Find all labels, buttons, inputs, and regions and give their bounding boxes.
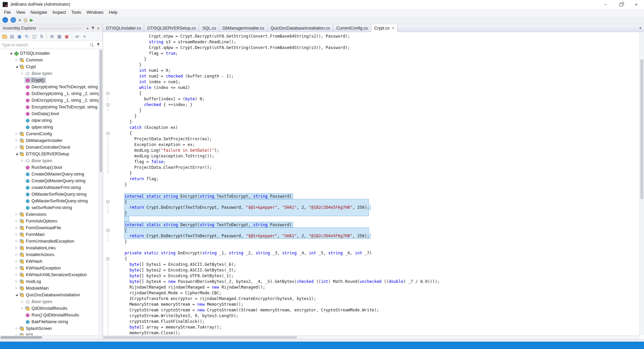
tree-item[interactable]: DoEncrypt(string _1, string _2, string _	[0, 97, 103, 104]
collapse-icon[interactable]: ◢	[9, 52, 13, 55]
code-line[interactable]: flag = true;	[103, 51, 644, 56]
code-line[interactable]: buffer[index] = (byte) 0;	[103, 96, 644, 102]
code-line[interactable]: MemoryStream memoryStream = new MemorySt…	[103, 302, 644, 307]
code-line[interactable]: − {	[103, 199, 644, 205]
expand-icon[interactable]: ▷	[14, 267, 19, 269]
expand-icon[interactable]: ▷	[14, 220, 19, 222]
tab-SQL.cs[interactable]: SQL.cs	[199, 24, 219, 32]
tree-item[interactable]: ▷Extensions	[0, 211, 103, 218]
code-line[interactable]: catch (Exception ex)	[103, 125, 644, 131]
open-file-icon[interactable]	[2, 34, 8, 40]
sync-with-editor-icon[interactable]: ⇅	[39, 34, 45, 40]
code-line[interactable]: while (index <= num2)	[103, 85, 644, 91]
tree-item[interactable]: ◢QuicDocDatabaseInstallation	[0, 292, 103, 298]
code-line[interactable]: private static string DoEncrypt(string _…	[103, 250, 644, 256]
tab-list-dropdown-icon[interactable]: ▼	[638, 24, 643, 32]
code-line[interactable]: return flag;	[103, 176, 644, 182]
code-line[interactable]: string s3 = streamReader.ReadLine();	[103, 39, 644, 45]
tree-item[interactable]: ▷CurrentConfig	[0, 131, 103, 137]
collapse-icon[interactable]: ◢	[14, 294, 19, 296]
menu-item-inspect[interactable]: Inspect	[50, 9, 68, 16]
tree-item[interactable]: ▷DomainControllerCheck	[0, 144, 103, 151]
editor-vertical-scrollbar[interactable]	[639, 32, 644, 335]
expand-icon[interactable]: ▷	[14, 273, 19, 276]
tree-item[interactable]: ▷KWHash	[0, 258, 103, 265]
code-line[interactable]	[103, 216, 644, 222]
tree-item[interactable]: ▷DbManagerInstaller	[0, 137, 103, 144]
collapse-icon[interactable]: ◢	[14, 65, 19, 68]
code-line[interactable]: ProjectData.ClearProjectError();	[103, 165, 644, 170]
tree-item[interactable]: ▷Common	[0, 57, 103, 63]
code-line[interactable]: byte[] bytes4 = new PasswordDeriveBytes(…	[103, 279, 644, 285]
tree-item[interactable]: ▷Base types	[0, 157, 103, 164]
tree-item[interactable]: ▷FormDownloadFile	[0, 225, 103, 231]
expand-icon[interactable]: ▷	[14, 227, 19, 229]
expand-icon[interactable]: ▷	[14, 247, 19, 249]
code-line[interactable]: ProjectData.SetProjectError(ex);	[103, 136, 644, 142]
tree-item[interactable]: ▷FormAdvOptions	[0, 218, 103, 225]
editor-horizontal-scrollbar[interactable]	[103, 335, 639, 339]
code-editor[interactable]: Crypt.otpw = Crypt.Decrypt(utF8.GetStrin…	[103, 32, 644, 339]
tree-item[interactable]: ◢DTISQLSERVERSetup	[0, 151, 103, 157]
search-pin-icon[interactable]	[96, 42, 101, 48]
tab-DTISQLInstaller.cs[interactable]: DTISQLInstaller.cs	[103, 24, 144, 32]
code-line[interactable]: }	[103, 119, 644, 125]
fold-marker-icon[interactable]: −	[103, 91, 113, 96]
close-button[interactable]: ×	[629, 0, 644, 9]
tab-CurrentConfig.cs[interactable]: CurrentConfig.cs	[333, 24, 371, 32]
fold-collapse-icon[interactable]: −	[106, 92, 109, 95]
code-line[interactable]: cryptoStream.FlushFinalBlock();	[103, 319, 644, 325]
code-line[interactable]: − checked { ++index; }	[103, 102, 644, 108]
tree-item[interactable]: ▷Base types	[0, 298, 103, 305]
expand-icon[interactable]: ▷	[14, 253, 19, 256]
tree-item[interactable]: ▷KWHashException	[0, 265, 103, 271]
tree-item[interactable]: ▷QdDbInstallResults	[0, 305, 103, 312]
code-line[interactable]	[103, 188, 644, 193]
fold-collapse-icon[interactable]: −	[106, 257, 109, 260]
tree-item[interactable]: ▷SplashScreen	[0, 325, 103, 332]
code-line[interactable]: return Crypt.DoEncrypt(TextToEncrypt, Pa…	[103, 205, 644, 210]
tree-item[interactable]: setSvrRoleFrmt:string	[0, 204, 103, 211]
tree-item[interactable]: BakFileName:string	[0, 318, 103, 325]
code-line[interactable]: internal static string Decrypt(string Te…	[103, 222, 644, 228]
fold-marker-icon[interactable]: −	[103, 199, 113, 205]
window-position-icon[interactable]: ▾	[85, 26, 90, 31]
tree-item[interactable]: Run():QdDbInstallResults	[0, 312, 103, 318]
stop-icon[interactable]: ■	[18, 18, 21, 22]
maximize-button[interactable]	[613, 0, 629, 9]
expand-icon[interactable]: ▷	[14, 327, 19, 330]
menu-item-help[interactable]: Help	[106, 9, 120, 16]
fold-collapse-icon[interactable]: −	[106, 132, 109, 135]
tree-item[interactable]: ◢DTISQLInstaller	[0, 50, 103, 57]
export-to-project-icon[interactable]: ⇄	[74, 34, 80, 40]
code-line[interactable]: }	[103, 108, 644, 113]
code-line[interactable]: − {	[103, 228, 644, 233]
code-line[interactable]: − {	[103, 91, 644, 96]
group-members-icon[interactable]: ▦	[56, 34, 62, 40]
expand-icon[interactable]: ▷	[14, 260, 19, 263]
search-icon[interactable]	[90, 43, 94, 47]
tree-item[interactable]: DoDecrypt(string _1, string _2, string _	[0, 90, 103, 97]
code-line[interactable]: }	[103, 239, 644, 245]
expand-icon[interactable]: ▷	[14, 233, 19, 236]
view-document-icon[interactable]: ◫	[31, 34, 37, 40]
tree-hscroll-thumb[interactable]	[1, 336, 42, 339]
code-line[interactable]: CryptoStream cryptoStream = new CryptoSt…	[103, 307, 644, 313]
back-button[interactable]: ←	[2, 17, 8, 23]
code-line[interactable]: − {	[103, 131, 644, 136]
tree-item[interactable]: ▷InstallationLinks	[0, 245, 103, 251]
code-line[interactable]	[103, 245, 644, 250]
code-line[interactable]: ICryptoTransform encryptor = rijndaelMan…	[103, 296, 644, 302]
code-line[interactable]: }	[103, 210, 644, 216]
code-line[interactable]: }	[103, 113, 644, 119]
code-line[interactable]: rijndaelManaged.Mode = CipherMode.CBC;	[103, 290, 644, 296]
tab-QuicDocDatabaseInstallation.cs[interactable]: QuicDocDatabaseInstallation.cs	[268, 24, 333, 32]
tree-vscroll-thumb[interactable]	[100, 50, 102, 172]
tab-Crypt.cs[interactable]: Crypt.cs×	[371, 24, 398, 32]
expand-icon[interactable]: ▷	[14, 146, 19, 149]
menu-item-file[interactable]: File	[1, 9, 13, 16]
tree-item[interactable]: createXxMasterFrmt:string	[0, 184, 103, 191]
editor-hscroll-thumb[interactable]	[104, 336, 297, 339]
tree-item[interactable]: Decrypt(string TextToDecrypt, string P	[0, 84, 103, 90]
options-icon[interactable]: ≡	[82, 34, 88, 40]
